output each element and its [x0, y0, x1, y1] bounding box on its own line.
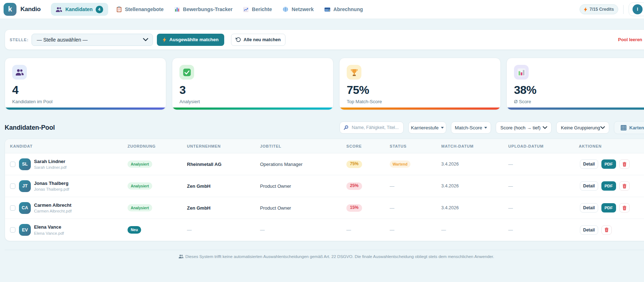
- nav-item-label: Bewerbungs-Tracker: [183, 6, 233, 12]
- rematch-all-button[interactable]: Alle neu matchen: [231, 34, 285, 46]
- detail-button[interactable]: Detail: [580, 181, 598, 191]
- table-row: SL Sarah Lindner Sarah Lindner.pdf Analy…: [5, 153, 644, 175]
- check-icon: [179, 65, 194, 80]
- pool-clear-link[interactable]: Pool leeren: [618, 37, 642, 42]
- pdf-button[interactable]: PDF: [601, 181, 616, 191]
- delete-button[interactable]: [601, 225, 612, 235]
- career-filter-button[interactable]: Karrierestufe: [408, 121, 446, 134]
- pdf-button[interactable]: PDF: [601, 203, 616, 212]
- pool-title: Kandidaten-Pool: [5, 124, 55, 132]
- nav-count-badge: 4: [96, 6, 103, 13]
- company-cell: Rheinmetall AG: [182, 162, 255, 167]
- search-icon: [343, 125, 349, 130]
- delete-button[interactable]: [619, 159, 630, 169]
- chevron-down-icon: [143, 38, 148, 41]
- user-menu-button[interactable]: I ▾: [629, 3, 644, 16]
- job-select-value: — Stelle auswählen —: [37, 37, 143, 43]
- match-bar: STELLE: — Stelle auswählen — Ausgewählte…: [5, 29, 644, 50]
- view-toggle-karten-button[interactable]: Karten: [614, 121, 644, 134]
- score-badge: 15%: [346, 204, 362, 212]
- globe-icon: [283, 6, 288, 12]
- company-cell: Zen GmbH: [182, 183, 255, 189]
- upload-date-cell: —: [503, 227, 574, 233]
- row-checkbox[interactable]: [10, 183, 15, 189]
- credit-card-icon: [325, 7, 330, 12]
- score-badge: 25%: [346, 182, 362, 190]
- search-input[interactable]: [351, 125, 400, 130]
- brand-name: Kandio: [20, 6, 40, 13]
- clipboard-icon: [116, 6, 122, 12]
- match-date-cell: 3.4.2026: [436, 162, 503, 167]
- candidate-cell: JT Jonas Thalberg Jonas Thalberg.pdf: [5, 180, 122, 192]
- delete-button[interactable]: [619, 181, 630, 191]
- table-row: EV Elena Vance Elena Vance.pdf Neu — — —…: [5, 219, 644, 241]
- view-toggle-label: Karten: [629, 125, 644, 130]
- nav-item-netzwerk[interactable]: Netzwerk: [280, 3, 316, 16]
- sort-select[interactable]: Score (hoch → tief): [496, 121, 552, 134]
- row-checkbox[interactable]: [10, 205, 15, 211]
- candidate-cell: CA Carmen Albrecht Carmen Albrecht.pdf: [5, 202, 122, 214]
- stat-value: 75%: [347, 84, 493, 96]
- row-checkbox[interactable]: [10, 227, 15, 233]
- nav-item-label: Berichte: [252, 6, 272, 12]
- credits-label: 7/15 Credits: [590, 7, 614, 12]
- app-footer: Dieses System trifft keine automatisiert…: [5, 250, 644, 259]
- stelle-label: STELLE:: [10, 38, 29, 42]
- column-header-aktionen: Aktionen: [574, 144, 644, 148]
- caret-down-icon: [441, 127, 444, 129]
- stat-accent-strip: [172, 107, 333, 110]
- rematch-all-label: Alle neu matchen: [244, 37, 281, 42]
- row-checkbox[interactable]: [10, 162, 15, 167]
- delete-button[interactable]: [619, 203, 630, 212]
- stat-accent-strip: [5, 107, 166, 110]
- nav-item-abrechnung[interactable]: Abrechnung: [322, 3, 365, 16]
- trophy-icon: [347, 65, 361, 80]
- detail-button[interactable]: Detail: [580, 225, 598, 235]
- stat-label: Kandidaten im Pool: [12, 99, 159, 104]
- people-icon: [56, 7, 62, 12]
- trash-icon: [605, 228, 609, 232]
- job-select[interactable]: — Stelle auswählen —: [32, 34, 153, 46]
- stat-label: Ø Score: [514, 99, 644, 104]
- match-selected-button[interactable]: Ausgewählte matchen: [157, 34, 224, 46]
- avatar: EV: [19, 224, 31, 236]
- stat-card-pool: 4 Kandidaten im Pool: [5, 58, 166, 110]
- job-title-cell: Product Owner: [255, 183, 341, 189]
- nav-item-bewerbungs-tracker[interactable]: Bewerbungs-Tracker: [172, 3, 235, 16]
- upload-date-cell: —: [503, 162, 574, 167]
- credits-pill[interactable]: 7/15 Credits: [580, 4, 618, 14]
- candidate-file: Sarah Lindner.pdf: [34, 165, 67, 169]
- nav-item-label: Kandidaten: [65, 6, 92, 12]
- career-filter-label: Karrierestufe: [411, 125, 438, 130]
- nav-item-stellenangebote[interactable]: Stellenangebote: [114, 3, 166, 16]
- nav-item-berichte[interactable]: Berichte: [241, 3, 274, 16]
- stat-accent-strip: [340, 107, 500, 110]
- upload-date-cell: —: [503, 205, 574, 211]
- column-header-upload-datum: Upload-Datum: [503, 144, 574, 148]
- candidate-name: Elena Vance: [34, 224, 64, 230]
- stat-accent-strip: [507, 107, 644, 110]
- candidate-name: Jonas Thalberg: [34, 181, 69, 187]
- detail-button[interactable]: Detail: [580, 159, 598, 169]
- score-cell: —: [341, 227, 385, 233]
- pdf-button[interactable]: PDF: [601, 159, 616, 169]
- column-header-status: Status: [385, 144, 436, 148]
- score-filter-button[interactable]: Match-Score: [451, 121, 491, 134]
- group-select[interactable]: Keine Gruppierung: [556, 121, 609, 134]
- nav-item-label: Abrechnung: [333, 6, 363, 12]
- app-logo[interactable]: k: [4, 3, 16, 16]
- avatar: CA: [19, 202, 31, 214]
- nav-item-kandidaten[interactable]: Kandidaten 4: [51, 3, 108, 16]
- stat-card-top-match: 75% Top Match-Score: [339, 58, 501, 110]
- nav-item-label: Stellenangebote: [125, 6, 164, 12]
- actions-cell: Detail PDF: [574, 181, 644, 191]
- score-filter-label: Match-Score: [455, 125, 482, 130]
- app-header: k Kandio Kandidaten 4 Stellenangebote Be…: [0, 0, 644, 19]
- bar-chart-icon: [174, 7, 180, 12]
- detail-button[interactable]: Detail: [580, 203, 598, 212]
- status-cell: —: [385, 227, 436, 233]
- score-badge: 75%: [346, 161, 362, 168]
- column-header-kandidat: Kandidat: [5, 144, 122, 148]
- header-right: 7/15 Credits I ▾: [580, 3, 644, 16]
- column-header-jobtitel: Jobtitel: [255, 144, 341, 148]
